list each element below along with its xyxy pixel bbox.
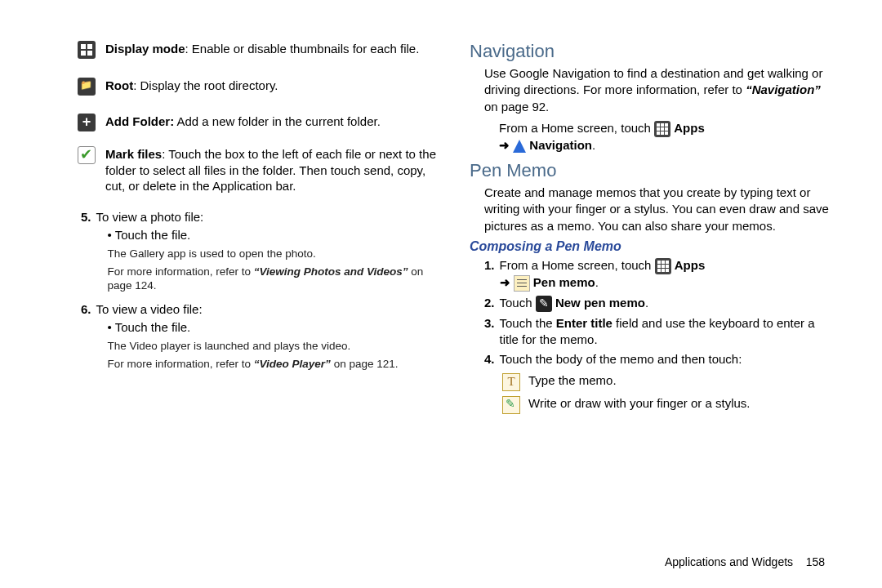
note: For more information, refer to “Viewing …: [108, 265, 437, 293]
arrow-icon: ➜: [499, 138, 510, 152]
pen-step-4: 4. Touch the body of the memo and then t…: [484, 351, 829, 368]
step-number: 5.: [81, 209, 91, 293]
new-memo-icon: ✎: [536, 296, 552, 312]
xref-link[interactable]: “Viewing Photos and Videos”: [254, 265, 408, 278]
draw-icon: [502, 396, 520, 414]
grid-icon: [78, 41, 96, 59]
def-text: Add a new folder in the current folder.: [174, 114, 381, 128]
footer-section: Applications and Widgets: [665, 555, 793, 568]
pen-step-2: 2. Touch ✎ New pen memo.: [484, 295, 829, 312]
step-lead: To view a photo file:: [96, 210, 204, 224]
arrow-icon: ➜: [500, 275, 510, 289]
step-lead: To view a video file:: [96, 302, 203, 316]
bullet-text: Touch the file.: [115, 228, 191, 242]
new-pen-memo-label: New pen memo: [555, 296, 645, 310]
pen-step-3: 3. Touch the Enter title field and use t…: [484, 315, 829, 349]
def-mark-files: Mark files: Touch the box to the left of…: [78, 146, 437, 194]
note: The Video player is launched and plays t…: [108, 339, 437, 354]
subheading-composing: Composing a Pen Memo: [470, 239, 829, 254]
heading-navigation: Navigation: [470, 41, 829, 62]
plus-icon: +: [78, 114, 96, 131]
option-draw: Write or draw with your finger or a styl…: [502, 396, 829, 414]
term: Root: [105, 78, 133, 92]
def-display-mode: Display mode: Enable or disable thumbnai…: [78, 41, 437, 63]
def-text: : Enable or disable thumbnails for each …: [185, 42, 420, 56]
enter-title-field: Enter title: [556, 316, 612, 330]
option-text: Write or draw with your finger or a styl…: [528, 396, 829, 410]
apps-icon: [654, 121, 670, 137]
step-number: 3.: [484, 315, 495, 349]
navigation-icon: [513, 140, 526, 153]
note: For more information, refer to “Video Pl…: [108, 357, 437, 372]
navigation-label: Navigation: [529, 138, 592, 152]
pen-step-1: 1. From a Home screen, touch Apps ➜ Pen …: [484, 257, 829, 292]
heading-pen-memo: Pen Memo: [470, 160, 829, 181]
def-add-folder: + Add Folder: Add a new folder in the cu…: [78, 114, 437, 131]
step-number: 1.: [484, 257, 495, 292]
option-text: Type the memo.: [528, 373, 829, 387]
nav-instruction: From a Home screen, touch Apps ➜ Navigat…: [499, 120, 829, 154]
pen-memo-label: Pen memo: [533, 275, 595, 289]
note: The Gallery app is used to open the phot…: [108, 247, 437, 261]
apps-icon: [655, 258, 671, 274]
folder-icon: [78, 78, 96, 96]
pen-memo-icon: [514, 275, 530, 292]
step-5: 5. To view a photo file: • Touch the fil…: [81, 209, 437, 293]
apps-label: Apps: [674, 121, 705, 135]
left-column: Display mode: Enable or disable thumbnai…: [78, 41, 437, 514]
xref-link[interactable]: “Video Player”: [254, 358, 331, 370]
def-text: : Display the root directory.: [133, 78, 278, 92]
page-number: 158: [806, 555, 825, 568]
term: Add Folder:: [105, 114, 174, 128]
checkmark-icon: [78, 146, 96, 164]
step-number: 2.: [484, 295, 495, 312]
pen-paragraph: Create and manage memos that you create …: [484, 185, 829, 234]
page-footer: Applications and Widgets 158: [665, 555, 825, 568]
right-column: Navigation Use Google Navigation to find…: [470, 41, 829, 514]
type-icon: T: [502, 373, 520, 391]
option-type: T Type the memo.: [502, 373, 829, 391]
xref-link[interactable]: “Navigation”: [746, 82, 821, 96]
nav-paragraph: Use Google Navigation to find a destinat…: [484, 65, 829, 115]
def-root: Root: Display the root directory.: [78, 78, 437, 100]
bullet-text: Touch the file.: [115, 320, 191, 334]
apps-label: Apps: [675, 258, 706, 272]
step-6: 6. To view a video file: • Touch the fil…: [81, 301, 437, 372]
term: Mark files: [105, 147, 162, 161]
step-number: 6.: [81, 301, 91, 372]
step-number: 4.: [484, 351, 495, 368]
term: Display mode: [105, 42, 185, 56]
